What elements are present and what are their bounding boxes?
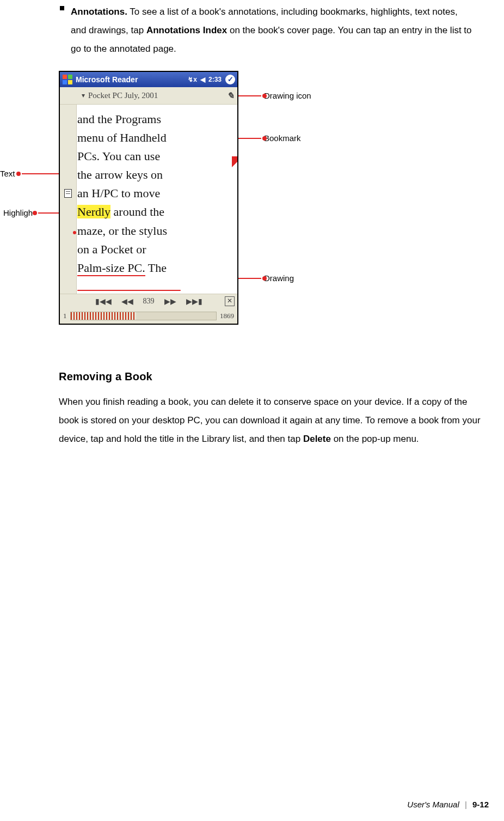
- removing-book-section: Removing a Book When you finish reading …: [59, 370, 489, 448]
- bullet-square-icon: [60, 6, 64, 10]
- progress-end: 1869: [217, 312, 237, 320]
- footer-title: User's Manual: [407, 800, 459, 809]
- progress-fill: [71, 312, 136, 320]
- titlebar: Microsoft Reader ↯x ◀ 2:33 ✓: [60, 72, 237, 87]
- bt-line4: the arrow keys on: [77, 168, 163, 181]
- removing-book-heading: Removing a Book: [59, 370, 489, 383]
- page-footer: User's Manual | 9-12: [407, 800, 489, 809]
- bt-underlined: Palm-size PC.: [77, 261, 145, 276]
- reading-pane[interactable]: and the Programs menu of Handheld PCs. Y…: [60, 105, 237, 294]
- annotations-text: Annotations. To see a list of a book's a…: [71, 3, 474, 58]
- book-title: Pocket PC July, 2001: [88, 91, 158, 100]
- clock: 2:33: [208, 76, 222, 83]
- nav-fwd-button[interactable]: ▶▶: [164, 297, 176, 306]
- footer-separator: |: [465, 800, 467, 809]
- connectivity-icon[interactable]: ↯x: [188, 76, 197, 83]
- highlight-marker-icon: [73, 231, 76, 234]
- ok-button[interactable]: ✓: [225, 75, 235, 84]
- book-header[interactable]: ▾ Pocket PC July, 2001 ✎: [60, 87, 237, 105]
- dropdown-arrow-icon: ▾: [82, 92, 85, 100]
- bt-highlighted: Nerdly: [77, 205, 110, 218]
- bt-line3: PCs. You can use: [77, 149, 160, 163]
- bt-line5: an H/PC to move: [77, 186, 160, 200]
- bt-line9-rest: The: [145, 261, 167, 275]
- callout-text: Text: [0, 169, 15, 178]
- device-screenshot: Microsoft Reader ↯x ◀ 2:33 ✓ ▾ Pocket PC…: [59, 71, 238, 325]
- drawing-tool-icon[interactable]: ✎: [227, 90, 234, 101]
- annotations-cmd: Annotations Index: [146, 25, 227, 35]
- drawing-annotation: [77, 290, 181, 291]
- bt-line8: on a Pocket or: [77, 242, 146, 256]
- nav-page-number: 839: [143, 297, 155, 306]
- bt-line7: maze, or the stylus: [77, 224, 167, 238]
- bt-line1: and the Programs: [77, 112, 161, 126]
- book-text: and the Programs menu of Handheld PCs. Y…: [77, 110, 234, 277]
- annotations-bullet: Annotations. To see a list of a book's a…: [60, 3, 474, 58]
- nav-back-button[interactable]: ◀◀: [121, 297, 133, 306]
- callout-drawing-icon: Drawing icon: [264, 91, 311, 100]
- removing-book-paragraph: When you finish reading a book, you can …: [59, 393, 489, 448]
- gutter: [60, 105, 77, 294]
- nav-first-button[interactable]: ▮◀◀: [95, 297, 112, 306]
- callout-bookmark: Bookmark: [264, 133, 301, 143]
- bt-line6-rest: around the: [110, 205, 164, 218]
- text-note-icon[interactable]: [64, 189, 72, 198]
- nav-close-button[interactable]: ✕: [225, 296, 235, 306]
- progress-track[interactable]: [70, 312, 217, 320]
- annotations-label: Annotations.: [71, 7, 127, 17]
- progress-start: 1: [60, 312, 70, 320]
- footer-page: 9-12: [472, 800, 489, 809]
- callout-text-line: [22, 173, 59, 174]
- bt-line2: menu of Handheld: [77, 131, 167, 144]
- page-nav-bar: ▮◀◀ ◀◀ 839 ▶▶ ▶▶▮ ✕: [60, 294, 237, 308]
- app-title: Microsoft Reader: [76, 75, 186, 84]
- rb-after: on the pop-up menu.: [331, 434, 419, 444]
- volume-icon[interactable]: ◀: [200, 76, 205, 83]
- callout-drawing: Drawing: [264, 273, 294, 283]
- start-flag-icon[interactable]: [62, 74, 74, 85]
- figure-area: Text Highligh Drawing icon Bookmark Draw…: [0, 71, 504, 338]
- progress-bar[interactable]: 1 1869: [60, 308, 237, 324]
- rb-bold: Delete: [303, 434, 331, 444]
- nav-last-button[interactable]: ▶▶▮: [186, 297, 202, 306]
- callout-highlight: Highligh: [3, 208, 33, 217]
